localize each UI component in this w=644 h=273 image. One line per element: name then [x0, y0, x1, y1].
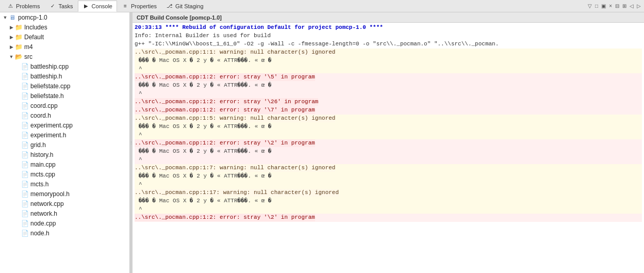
- no-arrow: [14, 93, 21, 99]
- sidebar-item-node-cpp[interactable]: 📄 node.cpp: [0, 218, 129, 228]
- no-arrow: [14, 83, 21, 89]
- warning-1-text: ..\src\._pocman.cpp:1:1: warning: null c…: [135, 49, 335, 56]
- sidebar-item-history-h[interactable]: 📄 history.h: [0, 150, 129, 159]
- history-h-label: history.h: [30, 151, 53, 158]
- problems-icon: ⚠: [7, 3, 14, 10]
- h-file-icon: 📄: [21, 190, 29, 198]
- no-arrow: [14, 230, 21, 236]
- tab-console-label: Console: [92, 3, 112, 9]
- tab-action-2[interactable]: □: [594, 3, 599, 9]
- console-line-warning-4: ..\src\._pocman.cpp:1:17: warning: null …: [135, 189, 642, 197]
- folder-open-icon: 📂: [14, 53, 23, 61]
- sidebar-item-coord-cpp[interactable]: 📄 coord.cpp: [0, 101, 129, 110]
- no-arrow: [14, 220, 21, 227]
- sidebar-item-beliefstate-cpp[interactable]: 📄 beliefstate.cpp: [0, 81, 129, 91]
- includes-label: Includes: [24, 24, 47, 31]
- m4-label: m4: [24, 43, 33, 51]
- code-2-text: ��� � Mac OS X � 2 y � « ATTR���. « œ �: [135, 82, 272, 89]
- tab-action-7[interactable]: ◁: [629, 3, 635, 9]
- console-output[interactable]: 20:33:13 **** Rebuild of configuration D…: [133, 23, 644, 273]
- tab-action-4[interactable]: ×: [608, 3, 613, 9]
- compile-text: g++ "-IC:\\MinGW\\boost_1_61_0" -O2 -g -…: [135, 40, 499, 48]
- code-3-text: ��� � Mac OS X � 2 y � « ATTR���. « œ �: [135, 123, 272, 131]
- console-line-caret-3: ^: [135, 131, 642, 139]
- tab-action-8[interactable]: ▷: [636, 3, 642, 9]
- sidebar-item-grid-h[interactable]: 📄 grid.h: [0, 140, 129, 150]
- sidebar-item-m4[interactable]: ▶ 📁 m4: [0, 42, 129, 52]
- project-icon: 🖥: [8, 13, 16, 22]
- sidebar-item-node-h[interactable]: 📄 node.h: [0, 228, 129, 238]
- caret-3-text: ^: [135, 131, 142, 139]
- src-label: src: [24, 53, 32, 60]
- tab-console[interactable]: ▶ Console: [78, 1, 117, 12]
- code-5-text: ��� � Mac OS X � 2 y � « ATTR���. « œ �: [135, 172, 272, 180]
- folder-icon: 📁: [14, 43, 23, 51]
- beliefstate-h-label: beliefstate.h: [30, 92, 64, 100]
- tab-action-6[interactable]: ⊞: [621, 3, 628, 9]
- console-line-rebuild: 20:33:13 **** Rebuild of configuration D…: [135, 24, 642, 32]
- caret-1-text: ^: [135, 65, 142, 73]
- caret-4-text: ^: [135, 156, 142, 164]
- console-line-caret-2: ^: [135, 90, 642, 98]
- h-file-icon: 📄: [21, 131, 29, 139]
- no-arrow: [14, 73, 21, 79]
- tree-project-root[interactable]: ▼ 🖥 pomcp-1.0: [0, 12, 129, 22]
- properties-icon: ≡: [122, 3, 129, 10]
- experiment-h-label: experiment.h: [30, 132, 66, 139]
- tab-bar: ⚠ Problems ✓ Tasks ▶ Console ≡ Propertie…: [0, 0, 644, 12]
- sidebar-item-beliefstate-h[interactable]: 📄 beliefstate.h: [0, 91, 129, 101]
- sidebar-item-mcts-h[interactable]: 📄 mcts.h: [0, 179, 129, 189]
- tab-tasks[interactable]: ✓ Tasks: [44, 1, 77, 12]
- console-line-error-1: ..\src\._pocman.cpp:1:2: error: stray '\…: [135, 73, 642, 82]
- console-line-code-6: ��� � Mac OS X � 2 y � « ATTR���. « œ �: [135, 197, 642, 205]
- chevron-right-icon: ▶: [8, 34, 14, 40]
- error-4-text: ..\src\._pocman.cpp:1:2: error: stray '\…: [135, 139, 315, 147]
- cpp-file-icon: 📄: [21, 62, 29, 71]
- tab-problems[interactable]: ⚠ Problems: [2, 1, 44, 12]
- sidebar-item-experiment-cpp[interactable]: 📄 experiment.cpp: [0, 120, 129, 130]
- coord-h-label: coord.h: [30, 112, 51, 119]
- network-h-label: network.h: [30, 210, 57, 217]
- tab-action-3[interactable]: ▣: [600, 3, 607, 9]
- no-arrow: [14, 103, 21, 109]
- code-6-text: ��� � Mac OS X � 2 y � « ATTR���. « œ �: [135, 197, 272, 205]
- tab-git-staging[interactable]: ⎇ Git Staging: [161, 1, 208, 12]
- sidebar-item-mcts-cpp[interactable]: 📄 mcts.cpp: [0, 169, 129, 179]
- sidebar-item-network-h[interactable]: 📄 network.h: [0, 208, 129, 218]
- warning-4-text: ..\src\._pocman.cpp:1:17: warning: null …: [135, 189, 339, 197]
- console-line-warning-3: ..\src\._pocman.cpp:1:7: warning: null c…: [135, 164, 642, 172]
- console-line-warning-2: ..\src\._pocman.cpp:1:5: warning: null c…: [135, 115, 642, 123]
- sidebar-item-includes[interactable]: ▶ 📁 Includes: [0, 22, 129, 32]
- tab-git-label: Git Staging: [175, 3, 203, 9]
- tasks-icon: ✓: [49, 3, 56, 10]
- code-1-text: ��� � Mac OS X � 2 y � « ATTR���. « œ �: [135, 57, 272, 65]
- sidebar-item-experiment-h[interactable]: 📄 experiment.h: [0, 130, 129, 140]
- tab-action-5[interactable]: ⊟: [614, 3, 620, 9]
- beliefstate-cpp-label: beliefstate.cpp: [30, 83, 70, 90]
- console-title: CDT Build Console [pomcp-1.0]: [133, 12, 644, 23]
- sidebar-item-battleship-h[interactable]: 📄 battleship.h: [0, 71, 129, 81]
- console-line-caret-4: ^: [135, 156, 642, 164]
- tab-properties[interactable]: ≡ Properties: [117, 1, 161, 12]
- tab-action-1[interactable]: ▽: [587, 3, 593, 9]
- sidebar-item-src[interactable]: ▼ 📂 src: [0, 52, 129, 61]
- no-arrow: [14, 171, 21, 178]
- sidebar-item-memorypool-h[interactable]: 📄 memorypool.h: [0, 189, 129, 199]
- caret-6-text: ^: [135, 205, 142, 213]
- sidebar-item-default[interactable]: ▶ 📁 Default: [0, 32, 129, 42]
- console-line-error-2: ..\src\._pocman.cpp:1:2: error: stray '\…: [135, 98, 642, 106]
- folder-icon: 📁: [14, 33, 23, 41]
- console-line-error-4: ..\src\._pocman.cpp:1:2: error: stray '\…: [135, 139, 642, 148]
- sidebar-item-network-cpp[interactable]: 📄 network.cpp: [0, 199, 129, 208]
- cpp-file-icon: 📄: [21, 121, 29, 130]
- console-line-caret-5: ^: [135, 181, 642, 189]
- error-1-text: ..\src\._pocman.cpp:1:2: error: stray '\…: [135, 73, 315, 81]
- sidebar-item-coord-h[interactable]: 📄 coord.h: [0, 110, 129, 120]
- tab-bar-actions: ▽ □ ▣ × ⊟ ⊞ ◁ ▷: [587, 3, 642, 9]
- h-file-icon: 📄: [21, 92, 29, 100]
- sidebar-item-battleship-cpp[interactable]: 📄 battleship.cpp: [0, 61, 129, 71]
- sidebar-item-main-cpp[interactable]: 📄 main.cpp: [0, 159, 129, 169]
- no-arrow: [14, 181, 21, 187]
- console-line-code-4: ��� � Mac OS X � 2 y � « ATTR���. « œ �: [135, 148, 642, 156]
- folder-icon: 📁: [14, 23, 23, 31]
